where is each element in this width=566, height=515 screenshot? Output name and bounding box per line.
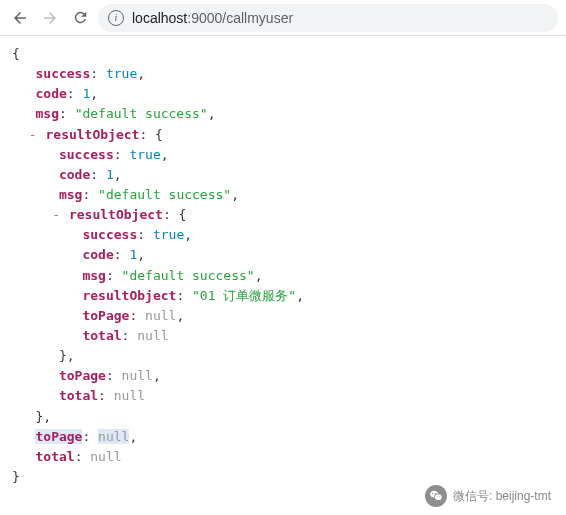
address-bar[interactable]: i localhost:9000/callmyuser <box>98 4 558 32</box>
url-host: localhost <box>132 10 187 26</box>
watermark: 微信号: beijing-tmt <box>425 485 551 507</box>
json-viewer: { success: true, code: 1, msg: "default … <box>0 36 566 495</box>
reload-button[interactable] <box>68 6 92 30</box>
watermark-text: 微信号: beijing-tmt <box>453 488 551 505</box>
info-icon[interactable]: i <box>108 10 124 26</box>
browser-toolbar: i localhost:9000/callmyuser <box>0 0 566 36</box>
collapse-toggle[interactable]: - <box>51 205 61 225</box>
back-button[interactable] <box>8 6 32 30</box>
url-port: :9000 <box>187 10 222 26</box>
forward-button[interactable] <box>38 6 62 30</box>
url-path: /callmyuser <box>222 10 293 26</box>
collapse-toggle[interactable]: - <box>28 125 38 145</box>
wechat-icon <box>425 485 447 507</box>
